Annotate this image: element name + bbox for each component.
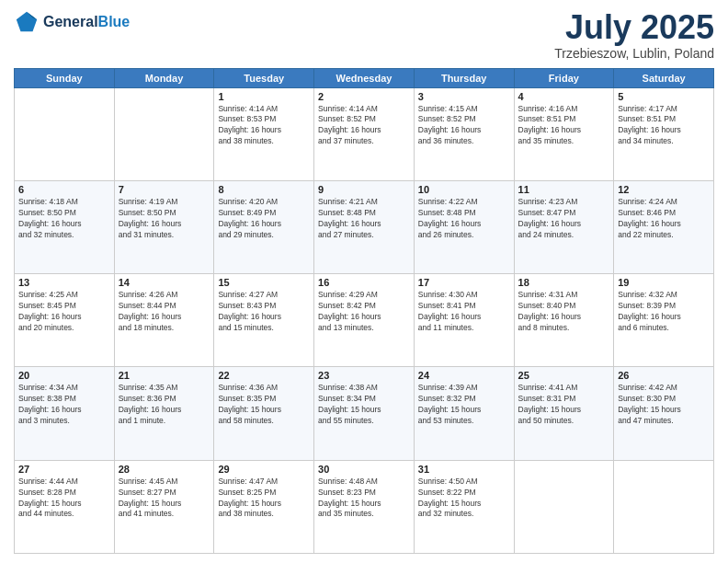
day-number: 21 — [119, 370, 210, 381]
cell-w1-d4: 2Sunrise: 4:14 AM Sunset: 8:52 PM Daylig… — [314, 87, 415, 180]
cell-w4-d1: 20Sunrise: 4:34 AM Sunset: 8:38 PM Dayli… — [15, 367, 115, 460]
col-tuesday: Tuesday — [214, 68, 314, 87]
cell-w1-d3: 1Sunrise: 4:14 AM Sunset: 8:53 PM Daylig… — [214, 87, 314, 180]
day-number: 31 — [418, 464, 510, 475]
day-number: 22 — [218, 370, 310, 381]
cell-w5-d1: 27Sunrise: 4:44 AM Sunset: 8:28 PM Dayli… — [15, 460, 115, 553]
day-number: 9 — [318, 184, 410, 195]
col-wednesday: Wednesday — [314, 68, 415, 87]
day-number: 10 — [418, 184, 510, 195]
cell-w4-d2: 21Sunrise: 4:35 AM Sunset: 8:36 PM Dayli… — [114, 367, 214, 460]
cell-w3-d5: 17Sunrise: 4:30 AM Sunset: 8:41 PM Dayli… — [414, 274, 514, 367]
day-info: Sunrise: 4:38 AM Sunset: 8:34 PM Dayligh… — [318, 383, 410, 427]
col-thursday: Thursday — [414, 68, 514, 87]
day-number: 27 — [18, 464, 110, 475]
calendar-header-row: Sunday Monday Tuesday Wednesday Thursday… — [15, 68, 714, 87]
day-number: 16 — [318, 277, 410, 288]
day-number: 15 — [218, 277, 310, 288]
day-number: 28 — [119, 464, 210, 475]
day-number: 3 — [418, 91, 510, 102]
title-block: July 2025 Trzebieszow, Lublin, Poland — [554, 9, 714, 61]
svg-marker-0 — [17, 12, 37, 31]
cell-w5-d5: 31Sunrise: 4:50 AM Sunset: 8:22 PM Dayli… — [414, 460, 514, 553]
day-info: Sunrise: 4:48 AM Sunset: 8:23 PM Dayligh… — [318, 477, 410, 521]
cell-w3-d1: 13Sunrise: 4:25 AM Sunset: 8:45 PM Dayli… — [15, 274, 115, 367]
cell-w2-d7: 12Sunrise: 4:24 AM Sunset: 8:46 PM Dayli… — [614, 180, 714, 273]
day-number: 12 — [618, 184, 710, 195]
day-info: Sunrise: 4:35 AM Sunset: 8:36 PM Dayligh… — [119, 383, 210, 427]
cell-w3-d2: 14Sunrise: 4:26 AM Sunset: 8:44 PM Dayli… — [114, 274, 214, 367]
cell-w2-d2: 7Sunrise: 4:19 AM Sunset: 8:50 PM Daylig… — [114, 180, 214, 273]
cell-w2-d1: 6Sunrise: 4:18 AM Sunset: 8:50 PM Daylig… — [15, 180, 115, 273]
day-info: Sunrise: 4:44 AM Sunset: 8:28 PM Dayligh… — [18, 477, 110, 521]
day-number: 1 — [218, 91, 310, 102]
day-info: Sunrise: 4:34 AM Sunset: 8:38 PM Dayligh… — [18, 383, 110, 427]
day-info: Sunrise: 4:23 AM Sunset: 8:47 PM Dayligh… — [518, 197, 610, 241]
day-info: Sunrise: 4:27 AM Sunset: 8:43 PM Dayligh… — [218, 290, 310, 334]
week-row-2: 6Sunrise: 4:18 AM Sunset: 8:50 PM Daylig… — [15, 180, 714, 273]
week-row-5: 27Sunrise: 4:44 AM Sunset: 8:28 PM Dayli… — [15, 460, 714, 553]
day-info: Sunrise: 4:21 AM Sunset: 8:48 PM Dayligh… — [318, 197, 410, 241]
day-number: 6 — [18, 184, 110, 195]
col-monday: Monday — [114, 68, 214, 87]
cell-w2-d4: 9Sunrise: 4:21 AM Sunset: 8:48 PM Daylig… — [314, 180, 415, 273]
day-info: Sunrise: 4:32 AM Sunset: 8:39 PM Dayligh… — [618, 290, 710, 334]
day-number: 11 — [518, 184, 610, 195]
day-info: Sunrise: 4:30 AM Sunset: 8:41 PM Dayligh… — [418, 290, 510, 334]
day-number: 25 — [518, 370, 610, 381]
cell-w5-d6 — [514, 460, 614, 553]
main-title: July 2025 — [554, 9, 714, 46]
week-row-1: 1Sunrise: 4:14 AM Sunset: 8:53 PM Daylig… — [15, 87, 714, 180]
day-number: 18 — [518, 277, 610, 288]
day-number: 2 — [318, 91, 410, 102]
day-info: Sunrise: 4:16 AM Sunset: 8:51 PM Dayligh… — [518, 104, 610, 148]
cell-w2-d6: 11Sunrise: 4:23 AM Sunset: 8:47 PM Dayli… — [514, 180, 614, 273]
day-info: Sunrise: 4:31 AM Sunset: 8:40 PM Dayligh… — [518, 290, 610, 334]
cell-w4-d6: 25Sunrise: 4:41 AM Sunset: 8:31 PM Dayli… — [514, 367, 614, 460]
week-row-4: 20Sunrise: 4:34 AM Sunset: 8:38 PM Dayli… — [15, 367, 714, 460]
cell-w4-d3: 22Sunrise: 4:36 AM Sunset: 8:35 PM Dayli… — [214, 367, 314, 460]
cell-w2-d5: 10Sunrise: 4:22 AM Sunset: 8:48 PM Dayli… — [414, 180, 514, 273]
day-number: 8 — [218, 184, 310, 195]
cell-w3-d3: 15Sunrise: 4:27 AM Sunset: 8:43 PM Dayli… — [214, 274, 314, 367]
calendar: Sunday Monday Tuesday Wednesday Thursday… — [14, 68, 714, 554]
day-number: 30 — [318, 464, 410, 475]
cell-w1-d7: 5Sunrise: 4:17 AM Sunset: 8:51 PM Daylig… — [614, 87, 714, 180]
day-info: Sunrise: 4:50 AM Sunset: 8:22 PM Dayligh… — [418, 477, 510, 521]
page: GeneralBlue July 2025 Trzebieszow, Lubli… — [0, 0, 728, 563]
cell-w4-d7: 26Sunrise: 4:42 AM Sunset: 8:30 PM Dayli… — [614, 367, 714, 460]
cell-w3-d6: 18Sunrise: 4:31 AM Sunset: 8:40 PM Dayli… — [514, 274, 614, 367]
cell-w5-d7 — [614, 460, 714, 553]
cell-w1-d5: 3Sunrise: 4:15 AM Sunset: 8:52 PM Daylig… — [414, 87, 514, 180]
day-number: 14 — [119, 277, 210, 288]
cell-w5-d3: 29Sunrise: 4:47 AM Sunset: 8:25 PM Dayli… — [214, 460, 314, 553]
cell-w2-d3: 8Sunrise: 4:20 AM Sunset: 8:49 PM Daylig… — [214, 180, 314, 273]
cell-w5-d2: 28Sunrise: 4:45 AM Sunset: 8:27 PM Dayli… — [114, 460, 214, 553]
cell-w1-d2 — [114, 87, 214, 180]
header: GeneralBlue July 2025 Trzebieszow, Lubli… — [14, 9, 714, 61]
day-number: 4 — [518, 91, 610, 102]
day-number: 13 — [18, 277, 110, 288]
cell-w5-d4: 30Sunrise: 4:48 AM Sunset: 8:23 PM Dayli… — [314, 460, 415, 553]
day-info: Sunrise: 4:36 AM Sunset: 8:35 PM Dayligh… — [218, 383, 310, 427]
day-info: Sunrise: 4:22 AM Sunset: 8:48 PM Dayligh… — [418, 197, 510, 241]
day-number: 20 — [18, 370, 110, 381]
day-number: 19 — [618, 277, 710, 288]
day-info: Sunrise: 4:15 AM Sunset: 8:52 PM Dayligh… — [418, 104, 510, 148]
day-info: Sunrise: 4:45 AM Sunset: 8:27 PM Dayligh… — [119, 477, 210, 521]
col-friday: Friday — [514, 68, 614, 87]
day-info: Sunrise: 4:24 AM Sunset: 8:46 PM Dayligh… — [618, 197, 710, 241]
cell-w1-d1 — [15, 87, 115, 180]
cell-w1-d6: 4Sunrise: 4:16 AM Sunset: 8:51 PM Daylig… — [514, 87, 614, 180]
day-number: 26 — [618, 370, 710, 381]
day-info: Sunrise: 4:25 AM Sunset: 8:45 PM Dayligh… — [18, 290, 110, 334]
subtitle: Trzebieszow, Lublin, Poland — [554, 46, 714, 61]
cell-w4-d5: 24Sunrise: 4:39 AM Sunset: 8:32 PM Dayli… — [414, 367, 514, 460]
day-number: 17 — [418, 277, 510, 288]
col-saturday: Saturday — [614, 68, 714, 87]
day-info: Sunrise: 4:18 AM Sunset: 8:50 PM Dayligh… — [18, 197, 110, 241]
week-row-3: 13Sunrise: 4:25 AM Sunset: 8:45 PM Dayli… — [15, 274, 714, 367]
cell-w3-d7: 19Sunrise: 4:32 AM Sunset: 8:39 PM Dayli… — [614, 274, 714, 367]
day-info: Sunrise: 4:19 AM Sunset: 8:50 PM Dayligh… — [119, 197, 210, 241]
logo-text: GeneralBlue — [43, 14, 130, 30]
